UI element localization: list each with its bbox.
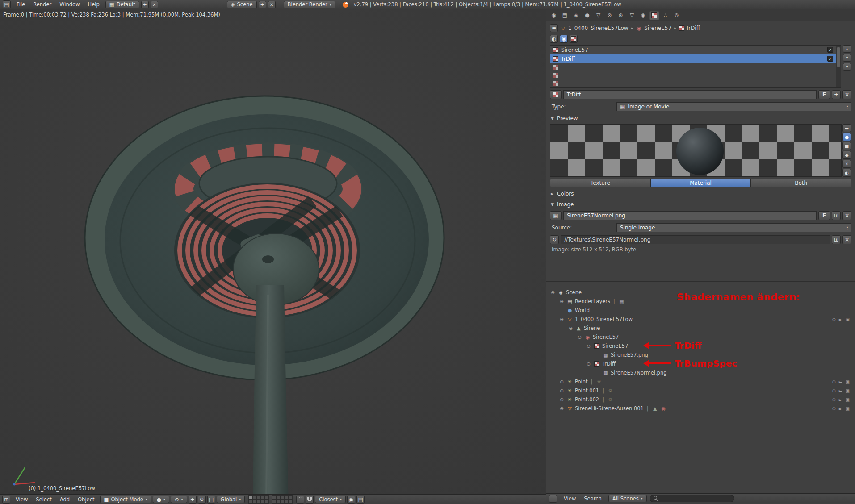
cursor-icon[interactable]: ► xyxy=(839,397,842,402)
layer-cell[interactable] xyxy=(285,496,288,499)
layer-cell[interactable] xyxy=(289,500,292,503)
outliner-menu-view[interactable]: View xyxy=(560,496,580,502)
outliner-row[interactable]: ⊕☀Point.002|☼⊙►▣ xyxy=(546,395,855,404)
snap-element-dropdown[interactable]: Closest ▾ xyxy=(315,496,346,503)
preview-target-both-button[interactable]: Both xyxy=(750,179,851,187)
menu-window[interactable]: Window xyxy=(55,1,84,8)
camera-icon[interactable]: ▣ xyxy=(846,397,850,402)
preview-sphere-icon[interactable]: ● xyxy=(842,133,851,141)
tab-particles[interactable]: ∴ xyxy=(660,11,671,20)
layers-widget[interactable] xyxy=(248,495,293,504)
search-input[interactable] xyxy=(661,496,730,502)
preview-monkey-icon[interactable]: ◆ xyxy=(842,151,851,159)
tab-object[interactable]: ▽ xyxy=(593,11,604,20)
viewport-menu-select[interactable]: Select xyxy=(32,496,55,503)
layer-cell[interactable] xyxy=(249,496,252,499)
layer-cell[interactable] xyxy=(249,500,252,503)
layer-cell[interactable] xyxy=(265,500,268,503)
editor-type-info-icon[interactable]: ▤ xyxy=(3,0,11,8)
layer-cell[interactable] xyxy=(277,500,280,503)
texture-context-material[interactable]: ◉ xyxy=(560,35,568,43)
viewport-menu-object[interactable]: Object xyxy=(74,496,98,503)
display-filter-dropdown[interactable]: All Scenes ▾ xyxy=(608,495,647,502)
snap-magnet-icon[interactable] xyxy=(306,496,314,504)
outliner-row[interactable]: ⊖▲Sirene xyxy=(546,324,855,333)
collapse-icon[interactable]: ⊖ xyxy=(559,317,565,322)
layer-cell[interactable] xyxy=(277,496,280,499)
tab-modifiers[interactable]: ⊛ xyxy=(616,11,626,20)
outliner-row[interactable]: ⊖TrDiff xyxy=(546,359,855,368)
preview-target-texture-button[interactable]: Texture xyxy=(550,179,651,187)
menu-file[interactable]: File xyxy=(13,1,29,8)
slot-move-down-icon[interactable]: ▾ xyxy=(843,54,851,62)
preview-flat-icon[interactable]: ▬ xyxy=(842,124,851,132)
colors-section-header[interactable]: ► Colors xyxy=(546,189,855,198)
render-opengl-icon[interactable]: ◉ xyxy=(347,496,355,504)
camera-icon[interactable]: ▣ xyxy=(846,317,850,322)
eye-icon[interactable]: ⊙ xyxy=(832,406,835,411)
editor-type-outliner-icon[interactable]: ≡ xyxy=(549,495,557,503)
layer-cell[interactable] xyxy=(257,500,260,503)
eye-icon[interactable]: ⊙ xyxy=(832,317,835,322)
expand-icon[interactable]: ⊕ xyxy=(559,379,565,385)
image-section-header[interactable]: ▼ Image xyxy=(546,200,855,209)
layer-cell[interactable] xyxy=(253,496,256,499)
breadcrumb-item[interactable]: TrDiff xyxy=(686,25,700,31)
menu-render[interactable]: Render xyxy=(29,1,55,8)
slot-specials-menu-icon[interactable]: ▾ xyxy=(843,63,851,71)
open-image-button[interactable]: ⊞ xyxy=(832,211,841,220)
layer-cell[interactable] xyxy=(257,496,260,499)
mode-dropdown[interactable]: ■ Object Mode ▾ xyxy=(100,496,151,503)
outliner-search-box[interactable] xyxy=(650,495,734,502)
tab-object-data[interactable]: ▽ xyxy=(627,11,637,20)
shading-dropdown[interactable]: ● ▾ xyxy=(153,496,169,503)
image-fake-user-button[interactable]: F xyxy=(818,211,830,220)
texture-slot-empty[interactable] xyxy=(550,63,836,71)
tab-constraints[interactable]: ⊗ xyxy=(604,11,615,20)
tab-render[interactable]: ◉ xyxy=(549,11,559,20)
texture-slot-empty[interactable] xyxy=(550,71,836,79)
preview-world-preview-icon[interactable]: ◐ xyxy=(842,169,851,177)
outliner-row[interactable]: ⊖◉SireneE57 xyxy=(546,333,855,342)
viewport-menu-view[interactable]: View xyxy=(12,496,32,503)
outliner-row[interactable]: ⊖◈Scene xyxy=(546,288,855,297)
eye-icon[interactable]: ⊙ xyxy=(832,388,835,393)
editor-type-properties-icon[interactable]: ≡ xyxy=(550,24,558,32)
texture-context-other[interactable] xyxy=(570,35,578,43)
outliner-row[interactable]: ⊕☀Point.001|☼⊙►▣ xyxy=(546,386,855,395)
outliner-row[interactable]: ⊖SireneE57 xyxy=(546,342,855,350)
add-scene-button[interactable]: + xyxy=(259,1,266,8)
tab-world[interactable]: ● xyxy=(582,11,592,20)
layer-cell[interactable] xyxy=(272,500,276,503)
source-dropdown[interactable]: Single Image ▴▾ xyxy=(616,223,851,232)
outliner-row[interactable]: ▦SireneE57.png xyxy=(546,350,855,359)
layer-cell[interactable] xyxy=(272,496,276,499)
texture-slot[interactable]: SireneE57✓ xyxy=(550,46,836,54)
outliner-menu-search[interactable]: Search xyxy=(580,496,606,502)
expand-icon[interactable]: ⊕ xyxy=(559,299,565,304)
outliner-row[interactable]: ⊕▤RenderLayers|▦ xyxy=(546,297,855,306)
collapse-icon[interactable]: ⊖ xyxy=(568,325,574,331)
slot-move-up-icon[interactable]: ▴ xyxy=(843,45,851,53)
fake-user-button[interactable]: F xyxy=(818,90,830,99)
editor-type-3dview-icon[interactable]: ⊞ xyxy=(2,496,10,504)
scrollbar[interactable] xyxy=(836,46,841,87)
rotate-manipulator-icon[interactable]: ↻ xyxy=(198,496,206,504)
texture-context-world[interactable]: ◐ xyxy=(550,35,558,43)
layer-cell[interactable] xyxy=(261,496,264,499)
translate-manipulator-icon[interactable]: + xyxy=(189,496,197,504)
clear-path-icon[interactable]: × xyxy=(842,235,851,244)
texture-browse-icon[interactable] xyxy=(550,90,562,99)
layer-cell[interactable] xyxy=(253,500,256,503)
orientation-dropdown[interactable]: Global ▾ xyxy=(217,496,245,503)
collapse-icon[interactable]: ⊖ xyxy=(577,334,583,340)
cursor-icon[interactable]: ► xyxy=(839,379,842,384)
image-browse-icon[interactable]: ▦ xyxy=(550,211,562,220)
render-engine-selector[interactable]: Blender Render ▾ xyxy=(284,1,335,8)
scale-manipulator-icon[interactable]: □ xyxy=(207,496,215,504)
collapse-icon[interactable]: ⊖ xyxy=(586,343,591,349)
close-scene-button[interactable]: × xyxy=(268,1,276,8)
camera-icon[interactable]: ▣ xyxy=(846,379,850,384)
layer-cell[interactable] xyxy=(281,496,284,499)
viewport-3d[interactable]: Frame:0 | Time:00:03.72 | Ve:238 Fa:236 … xyxy=(0,9,546,504)
